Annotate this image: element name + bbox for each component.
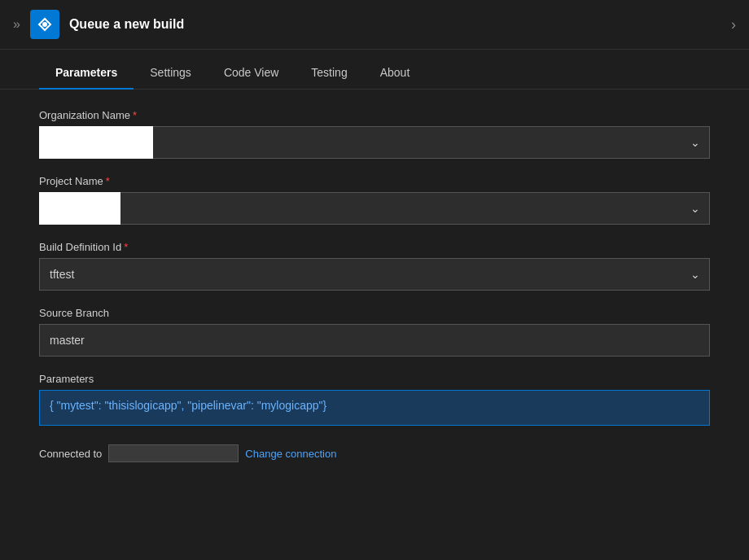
more-icon[interactable]: ›	[731, 16, 736, 33]
org-name-label: Organization Name *	[39, 109, 710, 121]
build-def-id-input-wrapper: tftest ⌄	[39, 258, 710, 291]
build-def-id-label: Build Definition Id *	[39, 241, 710, 253]
source-branch-field-group: Source Branch	[39, 307, 710, 357]
project-name-required: *	[106, 175, 110, 187]
connected-to-row: Connected to Change connection	[39, 444, 710, 462]
tab-settings[interactable]: Settings	[134, 56, 208, 89]
org-name-input-wrapper: ⌄	[39, 126, 710, 159]
project-name-white-overlay	[39, 192, 120, 225]
tab-about[interactable]: About	[364, 56, 427, 89]
connected-to-label: Connected to	[39, 448, 102, 460]
app-icon	[30, 10, 59, 39]
dialog-header: » Queue a new build ›	[0, 0, 749, 50]
org-name-required: *	[133, 109, 137, 121]
tab-testing[interactable]: Testing	[295, 56, 363, 89]
tab-bar: Parameters Settings Code View Testing Ab…	[0, 56, 749, 90]
tab-parameters[interactable]: Parameters	[39, 56, 134, 89]
build-def-id-field-group: Build Definition Id * tftest ⌄	[39, 241, 710, 291]
project-name-field-group: Project Name * ⌄	[39, 175, 710, 225]
change-connection-link[interactable]: Change connection	[245, 448, 336, 460]
svg-point-1	[42, 22, 47, 27]
build-def-id-required: *	[124, 241, 128, 253]
content-area: Organization Name * ⌄ Project Name * ⌄ B…	[0, 90, 749, 482]
org-name-white-overlay	[39, 126, 153, 159]
header-left: » Queue a new build	[13, 10, 184, 39]
project-name-input-wrapper: ⌄	[39, 192, 710, 225]
dialog-title: Queue a new build	[69, 17, 184, 32]
org-name-field-group: Organization Name * ⌄	[39, 109, 710, 159]
parameters-field-group: Parameters { "mytest": "thisislogicapp",…	[39, 373, 710, 428]
parameters-textarea[interactable]: { "mytest": "thisislogicapp", "pipelinev…	[39, 390, 710, 426]
expand-icon[interactable]: »	[13, 17, 20, 32]
source-branch-label: Source Branch	[39, 307, 710, 319]
source-branch-input[interactable]	[39, 324, 710, 357]
project-name-label: Project Name *	[39, 175, 710, 187]
build-def-id-dropdown[interactable]: tftest	[39, 258, 710, 291]
tab-code-view[interactable]: Code View	[208, 56, 295, 89]
parameters-label: Parameters	[39, 373, 710, 385]
connected-to-value	[108, 444, 239, 462]
project-name-dropdown[interactable]	[39, 192, 710, 225]
